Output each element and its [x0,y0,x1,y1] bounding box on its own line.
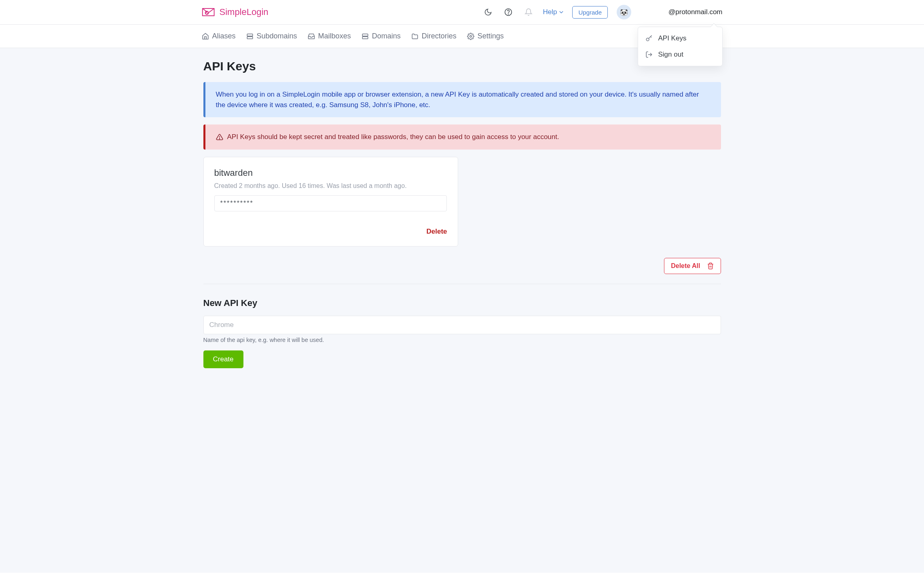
dropdown-sign-out-label: Sign out [658,51,683,59]
bell-icon[interactable] [523,6,534,18]
tab-label: Domains [372,32,401,40]
tab-label: Subdomains [257,32,297,40]
brand-logo[interactable]: SimpleLogin [202,7,269,17]
upgrade-button[interactable]: Upgrade [572,6,608,19]
server-icon [362,33,369,40]
info-alert: When you log in on a SimpleLogin mobile … [203,82,721,117]
delete-key-button[interactable]: Delete [426,228,447,236]
help-dropdown[interactable]: Help [543,8,564,16]
svg-point-8 [469,35,472,37]
user-email[interactable]: @protonmail.com [668,8,722,16]
tab-mailboxes[interactable]: Mailboxes [308,32,351,40]
create-button[interactable]: Create [203,350,243,368]
svg-rect-5 [247,36,253,38]
logo-icon [202,7,216,17]
tab-settings[interactable]: Settings [467,32,504,40]
warning-icon [216,133,223,141]
dropdown-item-sign-out[interactable]: Sign out [638,46,722,63]
key-icon [645,35,653,42]
gear-icon [467,33,474,40]
sign-out-icon [645,51,653,58]
dropdown-item-api-keys[interactable]: API Keys [638,30,722,46]
svg-point-3 [646,38,649,41]
server-icon [246,33,254,40]
api-key-name: bitwarden [214,168,447,178]
tab-directories[interactable]: Directories [411,32,457,40]
home-icon [202,33,209,40]
delete-all-button[interactable]: Delete All [664,258,721,274]
tab-label: Directories [422,32,457,40]
new-api-key-hint: Name of the api key, e.g. where it will … [203,337,721,343]
svg-point-2 [508,14,508,14]
api-key-card: bitwarden Created 2 months ago. Used 16 … [203,157,458,247]
svg-rect-4 [247,34,253,36]
svg-rect-7 [362,36,368,38]
folder-icon [411,33,419,40]
brand-name: SimpleLogin [220,7,269,17]
tab-label: Settings [478,32,504,40]
help-icon[interactable] [503,6,514,18]
warning-alert: API Keys should be kept secret and treat… [203,124,721,150]
trash-icon [707,262,714,270]
delete-all-label: Delete All [671,262,700,270]
new-api-key-name-input[interactable] [203,316,721,334]
dark-mode-icon[interactable] [482,6,494,18]
tab-domains[interactable]: Domains [362,32,401,40]
new-api-key-heading: New API Key [203,298,721,308]
tab-subdomains[interactable]: Subdomains [246,32,297,40]
chevron-down-icon [559,10,563,14]
api-key-value[interactable] [214,195,447,211]
info-alert-text: When you log in on a SimpleLogin mobile … [216,91,699,109]
tab-aliases[interactable]: Aliases [202,32,236,40]
svg-rect-6 [362,34,368,36]
help-label: Help [543,8,557,16]
svg-point-10 [219,138,220,139]
avatar[interactable]: 🐼 [617,5,631,19]
warning-alert-text: API Keys should be kept secret and treat… [227,132,559,142]
user-dropdown: API Keys Sign out [638,27,723,66]
dropdown-api-keys-label: API Keys [658,34,687,42]
inbox-icon [308,33,315,40]
tab-label: Mailboxes [318,32,351,40]
tab-label: Aliases [212,32,236,40]
api-key-meta: Created 2 months ago. Used 16 times. Was… [214,182,447,190]
